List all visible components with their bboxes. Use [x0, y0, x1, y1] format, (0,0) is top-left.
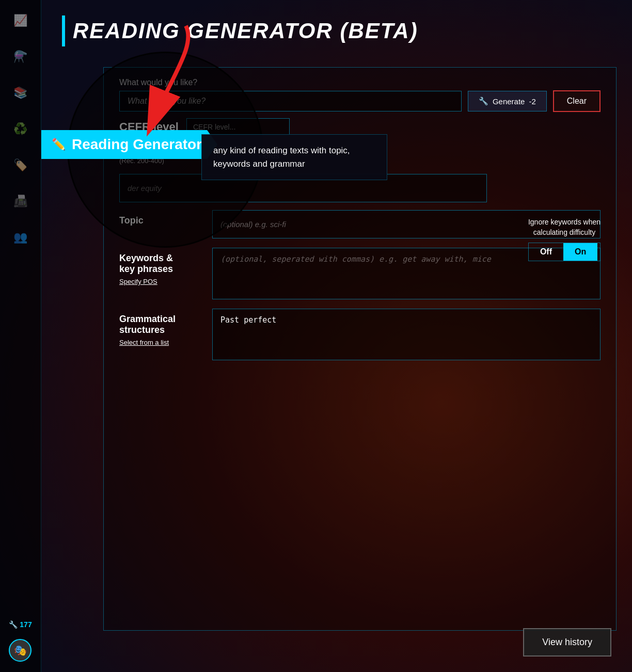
sidebar-icon-tag[interactable]: 🏷️	[10, 155, 31, 175]
what-input-row: 🔧 Generate -2 Clear	[119, 90, 601, 112]
generate-cost: -2	[529, 97, 535, 106]
sidebar-icon-reading[interactable]: 📚	[10, 83, 31, 103]
ignore-keywords-panel: Ignore keywords whencalculating difficul…	[528, 217, 601, 261]
sidebar-icon-lab[interactable]: ⚗️	[10, 46, 31, 67]
view-history-button[interactable]: View history	[523, 628, 611, 657]
avatar[interactable]: 🎭	[9, 639, 31, 662]
credit-count: 177	[20, 620, 31, 629]
credit-badge: 🔧 177	[9, 620, 31, 629]
select-from-list-link[interactable]: Select from a list	[119, 339, 202, 346]
title-bar	[62, 15, 65, 46]
sidebar-bottom: 🔧 177 🎭	[9, 620, 31, 662]
tooltip-text: any kind of reading texts with topic, ke…	[213, 146, 350, 169]
toggle-off-button[interactable]: Off	[529, 243, 563, 261]
ignore-keywords-label: Ignore keywords whencalculating difficul…	[528, 217, 601, 237]
grammatical-label-group: Grammatical structures Select from a lis…	[119, 309, 202, 346]
toggle-on-button[interactable]: On	[563, 243, 597, 261]
keywords-label: Keywords & key phrases	[119, 248, 202, 275]
toggle-row: Off On	[528, 243, 601, 261]
page-title-area: READING GENERATOR (BETA)	[62, 15, 611, 46]
generate-button[interactable]: 🔧 Generate -2	[468, 91, 547, 111]
page-title: READING GENERATOR (BETA)	[73, 19, 418, 43]
what-input[interactable]	[119, 91, 462, 111]
reading-generator-banner: ✏️ Reading Generator	[41, 130, 217, 159]
sidebar-icon-analytics[interactable]: 📈	[10, 10, 31, 31]
what-prompt: What would you like?	[119, 78, 601, 87]
pencil-icon: ✏️	[52, 138, 66, 151]
sidebar-icon-recycle[interactable]: ♻️	[10, 119, 31, 139]
topic-label: Topic	[119, 210, 202, 226]
credit-icon: 🔧	[9, 620, 18, 629]
sidebar: 📈 ⚗️ 📚 ♻️ 🏷️ 📠 👥 🔧 177 🎭	[0, 0, 41, 672]
sidebar-icon-print[interactable]: 📠	[10, 191, 31, 212]
what-row: What would you like? 🔧 Generate -2 Clear	[119, 78, 601, 112]
reading-generator-label-text: Reading Generator	[72, 136, 202, 153]
grammatical-label: Grammatical structures	[119, 309, 202, 335]
generate-icon: 🔧	[479, 97, 488, 106]
sidebar-icon-users[interactable]: 👥	[10, 227, 31, 248]
grammatical-input[interactable]	[212, 309, 601, 360]
clear-button[interactable]: Clear	[553, 90, 601, 112]
main-content: READING GENERATOR (BETA) What would you …	[41, 0, 632, 672]
specify-pos-link[interactable]: Specify POS	[119, 278, 202, 285]
keywords-label-group: Keywords & key phrases Specify POS	[119, 248, 202, 285]
generate-label: Generate	[493, 97, 525, 106]
grammatical-section: Grammatical structures Select from a lis…	[119, 309, 601, 360]
tooltip: any kind of reading texts with topic, ke…	[201, 134, 387, 180]
